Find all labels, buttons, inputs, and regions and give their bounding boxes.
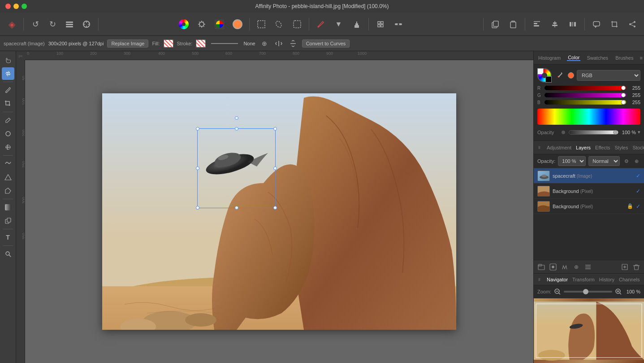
tab-channels[interactable]: Channels: [619, 277, 640, 282]
layer-item-background2[interactable]: Background (Pixel) 🔒 ✓: [534, 199, 644, 214]
dodge-burn-tool[interactable]: [2, 127, 14, 140]
opacity-slider[interactable]: [569, 130, 618, 135]
clone-tool[interactable]: [2, 214, 14, 227]
rect-select-btn[interactable]: [253, 16, 269, 32]
affinity-logo-btn[interactable]: ◈: [4, 16, 20, 32]
flip-h-btn[interactable]: [273, 38, 284, 49]
history-btn[interactable]: [61, 16, 78, 32]
fg-color-swatch[interactable]: [545, 76, 552, 83]
layer-visible-background1[interactable]: ✓: [636, 188, 640, 194]
zoom-thumb[interactable]: [583, 289, 588, 294]
convert-to-curves-btn[interactable]: Convert to Curves: [302, 39, 350, 48]
layers-blend-btn[interactable]: ⊕: [571, 262, 581, 272]
rubber-stamp-btn[interactable]: [349, 16, 365, 32]
tab-history[interactable]: History: [599, 277, 614, 282]
tab-stock[interactable]: Stock: [632, 145, 644, 150]
crop-tool-btn[interactable]: [606, 16, 622, 32]
stroke-swatch[interactable]: [196, 39, 206, 48]
canvas-background[interactable]: [25, 60, 533, 363]
canvas-area[interactable]: px 0 100 200 300 400 500 600 700 800 900…: [16, 51, 533, 363]
paste-btn[interactable]: [505, 16, 521, 32]
eyedropper-color-btn[interactable]: [554, 70, 565, 81]
redo-btn[interactable]: ↻: [44, 16, 61, 32]
layer-settings-btn[interactable]: ⚙: [622, 157, 631, 165]
layer-visible-background2[interactable]: ✓: [636, 203, 640, 210]
hand-tool[interactable]: [2, 54, 14, 66]
align-center-btn[interactable]: [547, 16, 563, 32]
copy-btn[interactable]: [487, 16, 503, 32]
crop-tool[interactable]: [2, 97, 14, 110]
b-slider[interactable]: [545, 100, 626, 105]
layer-blend-select[interactable]: Normal Multiply Screen Overlay: [588, 156, 620, 166]
move-tool[interactable]: [2, 67, 14, 80]
color-spectrum[interactable]: [537, 109, 640, 125]
shape-tool[interactable]: [2, 171, 14, 184]
align-left-btn[interactable]: [529, 16, 545, 32]
active-color-dot[interactable]: [568, 72, 574, 79]
zoom-plus-btn[interactable]: [614, 287, 623, 296]
layer-visible-spacecraft[interactable]: ✓: [636, 173, 640, 179]
tab-swatches[interactable]: Swatches: [586, 55, 609, 61]
opacity-dropdown[interactable]: ▾: [638, 129, 640, 135]
replace-image-btn[interactable]: Replace Image: [107, 39, 148, 48]
share-btn[interactable]: [624, 16, 640, 32]
pen-tool[interactable]: [2, 184, 14, 197]
maximize-button[interactable]: [22, 4, 27, 9]
text-tool[interactable]: T: [2, 231, 14, 244]
canvas-image[interactable]: [102, 93, 456, 330]
opacity-circle-btn[interactable]: [562, 131, 565, 134]
tab-transform[interactable]: Transform: [572, 277, 595, 282]
zoom-minus-btn[interactable]: [553, 287, 562, 296]
brightness-btn[interactable]: [194, 16, 210, 32]
speech-bubble-btn[interactable]: [588, 16, 605, 32]
layer-add-btn[interactable]: ⊕: [632, 157, 640, 165]
close-button[interactable]: [5, 4, 11, 9]
tab-color[interactable]: Color: [567, 55, 580, 61]
grid-btn[interactable]: [372, 16, 389, 32]
color-wheel[interactable]: [537, 68, 552, 83]
layers-group-btn[interactable]: [583, 262, 593, 272]
layer-item-spacecraft[interactable]: spacecraft (Image) ✓: [534, 168, 644, 184]
eyedropper-tool[interactable]: [2, 84, 14, 96]
layers-new-btn[interactable]: [620, 262, 630, 272]
snapping-btn[interactable]: [390, 16, 406, 32]
layers-fx-btn[interactable]: [560, 262, 570, 272]
heal-tool[interactable]: [2, 141, 14, 153]
flip-v-btn[interactable]: [288, 38, 298, 49]
zoom-tool[interactable]: [2, 248, 14, 260]
paint-tool[interactable]: [2, 114, 14, 127]
bg-color-swatch[interactable]: [537, 68, 544, 74]
move-anchor-btn[interactable]: ⊕: [259, 38, 270, 49]
tab-navigator[interactable]: Navigator: [547, 277, 568, 282]
paint-dropdown-btn[interactable]: ▼: [331, 16, 347, 32]
tab-adjustment[interactable]: Adjustment: [547, 145, 571, 150]
fill-swatch[interactable]: [164, 39, 173, 48]
minimize-button[interactable]: [13, 4, 19, 9]
layers-add-group-btn[interactable]: [536, 262, 546, 272]
paint-brush-btn[interactable]: [313, 16, 329, 32]
layers-mask-btn[interactable]: [548, 262, 558, 272]
tab-histogram[interactable]: Histogram: [537, 55, 562, 61]
g-thumb[interactable]: [621, 93, 626, 97]
curves-btn[interactable]: [212, 16, 228, 32]
tab-layers[interactable]: Layers: [576, 145, 591, 150]
hsl-btn[interactable]: [229, 16, 246, 32]
tab-brushes[interactable]: Brushes: [614, 55, 634, 61]
opacity-thumb[interactable]: [613, 130, 618, 135]
layers-delete-btn[interactable]: [631, 262, 641, 272]
layer-item-background1[interactable]: Background (Pixel) ✓: [534, 184, 644, 199]
layer-opacity-select[interactable]: 100 % 75 % 50 % 25 %: [558, 156, 586, 166]
navigator-preview[interactable]: [534, 298, 644, 363]
r-slider[interactable]: [545, 86, 626, 90]
selection-brush-tool[interactable]: [2, 157, 14, 170]
layer-lock-background2[interactable]: 🔒: [627, 203, 633, 209]
color-panel-menu[interactable]: ≡: [640, 55, 642, 61]
r-thumb[interactable]: [621, 86, 626, 90]
b-thumb[interactable]: [621, 100, 626, 105]
tab-effects[interactable]: Effects: [595, 145, 610, 150]
color-mode-select[interactable]: RGB CMYK HSL Lab: [577, 70, 640, 81]
smart-select-btn[interactable]: [289, 16, 305, 32]
zoom-slider[interactable]: [564, 291, 612, 293]
undo-btn[interactable]: ↺: [27, 16, 43, 32]
distribute-btn[interactable]: [565, 16, 581, 32]
